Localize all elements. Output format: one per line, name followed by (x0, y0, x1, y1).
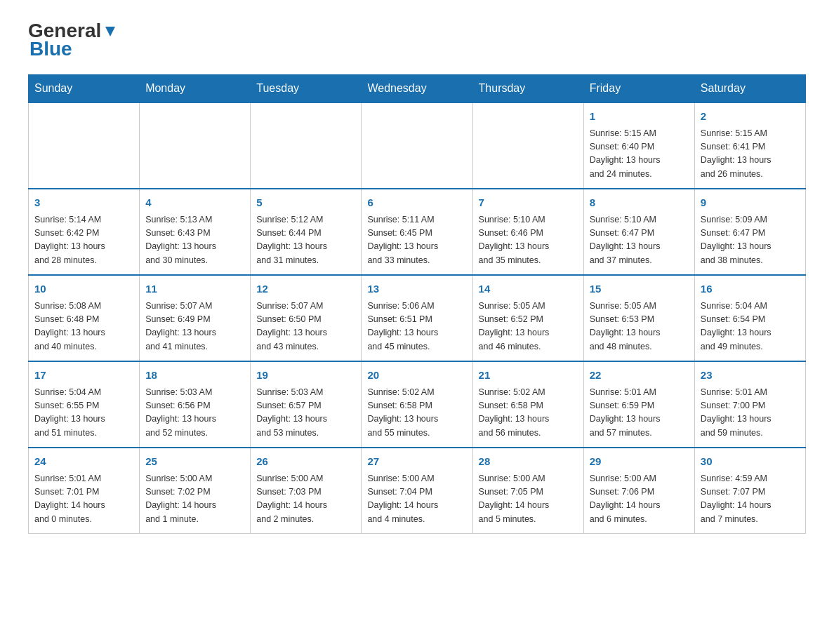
logo-triangle-icon (102, 24, 118, 39)
week-row-3: 10Sunrise: 5:08 AMSunset: 6:48 PMDayligh… (29, 275, 806, 361)
day-number: 1 (590, 109, 689, 125)
page-header: General Blue (28, 21, 806, 60)
day-number: 13 (367, 281, 466, 297)
day-number: 18 (145, 368, 244, 384)
calendar-cell: 30Sunrise: 4:59 AMSunset: 7:07 PMDayligh… (694, 448, 805, 534)
weekday-header-thursday: Thursday (472, 75, 583, 103)
svg-marker-0 (105, 27, 115, 36)
calendar-cell: 6Sunrise: 5:11 AMSunset: 6:45 PMDaylight… (362, 189, 472, 275)
weekday-header-row: SundayMondayTuesdayWednesdayThursdayFrid… (29, 75, 806, 103)
calendar-cell: 14Sunrise: 5:05 AMSunset: 6:52 PMDayligh… (472, 275, 583, 361)
day-info: Sunrise: 5:00 AMSunset: 7:03 PMDaylight:… (256, 472, 355, 527)
day-number: 7 (479, 195, 578, 211)
day-number: 23 (701, 368, 800, 384)
calendar-cell: 23Sunrise: 5:01 AMSunset: 7:00 PMDayligh… (694, 361, 805, 448)
weekday-header-sunday: Sunday (29, 75, 140, 103)
day-info: Sunrise: 5:15 AMSunset: 6:40 PMDaylight:… (590, 127, 689, 182)
day-info: Sunrise: 5:11 AMSunset: 6:45 PMDaylight:… (367, 213, 466, 268)
calendar-cell: 26Sunrise: 5:00 AMSunset: 7:03 PMDayligh… (251, 448, 362, 534)
calendar-cell: 9Sunrise: 5:09 AMSunset: 6:47 PMDaylight… (694, 189, 805, 275)
day-info: Sunrise: 5:15 AMSunset: 6:41 PMDaylight:… (701, 127, 800, 182)
day-number: 10 (34, 281, 133, 297)
day-info: Sunrise: 5:00 AMSunset: 7:02 PMDaylight:… (145, 472, 244, 527)
week-row-2: 3Sunrise: 5:14 AMSunset: 6:42 PMDaylight… (29, 189, 806, 275)
calendar-cell: 16Sunrise: 5:04 AMSunset: 6:54 PMDayligh… (694, 275, 805, 361)
day-info: Sunrise: 5:14 AMSunset: 6:42 PMDaylight:… (34, 213, 133, 268)
calendar-cell: 28Sunrise: 5:00 AMSunset: 7:05 PMDayligh… (472, 448, 583, 534)
day-info: Sunrise: 5:00 AMSunset: 7:06 PMDaylight:… (590, 472, 689, 527)
day-number: 5 (256, 195, 355, 211)
calendar-cell (472, 102, 583, 189)
day-number: 19 (256, 368, 355, 384)
day-info: Sunrise: 5:03 AMSunset: 6:57 PMDaylight:… (256, 386, 355, 441)
day-number: 14 (479, 281, 578, 297)
day-info: Sunrise: 5:05 AMSunset: 6:52 PMDaylight:… (479, 300, 578, 354)
day-info: Sunrise: 5:01 AMSunset: 6:59 PMDaylight:… (590, 386, 689, 441)
week-row-1: 1Sunrise: 5:15 AMSunset: 6:40 PMDaylight… (29, 102, 806, 189)
calendar-cell: 21Sunrise: 5:02 AMSunset: 6:58 PMDayligh… (472, 361, 583, 448)
day-number: 27 (367, 454, 466, 470)
day-info: Sunrise: 5:07 AMSunset: 6:49 PMDaylight:… (145, 300, 244, 354)
day-number: 6 (367, 195, 466, 211)
weekday-header-wednesday: Wednesday (362, 75, 472, 103)
logo-blue-text: Blue (29, 38, 72, 60)
day-info: Sunrise: 5:08 AMSunset: 6:48 PMDaylight:… (34, 300, 133, 354)
day-info: Sunrise: 5:12 AMSunset: 6:44 PMDaylight:… (256, 213, 355, 268)
day-info: Sunrise: 5:02 AMSunset: 6:58 PMDaylight:… (479, 386, 578, 441)
day-number: 12 (256, 281, 355, 297)
weekday-header-saturday: Saturday (694, 75, 805, 103)
day-number: 28 (479, 454, 578, 470)
calendar-cell: 13Sunrise: 5:06 AMSunset: 6:51 PMDayligh… (362, 275, 472, 361)
weekday-header-tuesday: Tuesday (251, 75, 362, 103)
day-info: Sunrise: 5:04 AMSunset: 6:54 PMDaylight:… (701, 300, 800, 354)
day-info: Sunrise: 5:02 AMSunset: 6:58 PMDaylight:… (367, 386, 466, 441)
calendar-cell: 17Sunrise: 5:04 AMSunset: 6:55 PMDayligh… (29, 361, 140, 448)
calendar-cell: 18Sunrise: 5:03 AMSunset: 6:56 PMDayligh… (140, 361, 251, 448)
day-number: 25 (145, 454, 244, 470)
day-number: 11 (145, 281, 244, 297)
calendar-cell: 3Sunrise: 5:14 AMSunset: 6:42 PMDaylight… (29, 189, 140, 275)
day-number: 8 (590, 195, 689, 211)
day-info: Sunrise: 5:00 AMSunset: 7:05 PMDaylight:… (479, 472, 578, 527)
day-number: 16 (701, 281, 800, 297)
calendar-cell: 2Sunrise: 5:15 AMSunset: 6:41 PMDaylight… (694, 102, 805, 189)
calendar-table: SundayMondayTuesdayWednesdayThursdayFrid… (28, 74, 806, 534)
day-info: Sunrise: 5:04 AMSunset: 6:55 PMDaylight:… (34, 386, 133, 441)
calendar-cell: 20Sunrise: 5:02 AMSunset: 6:58 PMDayligh… (362, 361, 472, 448)
logo: General Blue (28, 21, 118, 60)
calendar-cell: 15Sunrise: 5:05 AMSunset: 6:53 PMDayligh… (583, 275, 694, 361)
calendar-cell: 22Sunrise: 5:01 AMSunset: 6:59 PMDayligh… (583, 361, 694, 448)
day-number: 20 (367, 368, 466, 384)
calendar-cell: 24Sunrise: 5:01 AMSunset: 7:01 PMDayligh… (29, 448, 140, 534)
day-number: 17 (34, 368, 133, 384)
day-number: 22 (590, 368, 689, 384)
day-info: Sunrise: 5:09 AMSunset: 6:47 PMDaylight:… (701, 213, 800, 268)
day-number: 4 (145, 195, 244, 211)
calendar-cell: 1Sunrise: 5:15 AMSunset: 6:40 PMDaylight… (583, 102, 694, 189)
day-info: Sunrise: 5:01 AMSunset: 7:01 PMDaylight:… (34, 472, 133, 527)
day-info: Sunrise: 4:59 AMSunset: 7:07 PMDaylight:… (701, 472, 800, 527)
day-info: Sunrise: 5:07 AMSunset: 6:50 PMDaylight:… (256, 300, 355, 354)
calendar-cell (251, 102, 362, 189)
calendar-cell: 4Sunrise: 5:13 AMSunset: 6:43 PMDaylight… (140, 189, 251, 275)
weekday-header-friday: Friday (583, 75, 694, 103)
weekday-header-monday: Monday (140, 75, 251, 103)
day-number: 15 (590, 281, 689, 297)
calendar-cell: 12Sunrise: 5:07 AMSunset: 6:50 PMDayligh… (251, 275, 362, 361)
calendar-cell: 27Sunrise: 5:00 AMSunset: 7:04 PMDayligh… (362, 448, 472, 534)
day-number: 21 (479, 368, 578, 384)
day-info: Sunrise: 5:05 AMSunset: 6:53 PMDaylight:… (590, 300, 689, 354)
calendar-cell: 10Sunrise: 5:08 AMSunset: 6:48 PMDayligh… (29, 275, 140, 361)
day-info: Sunrise: 5:03 AMSunset: 6:56 PMDaylight:… (145, 386, 244, 441)
calendar-cell: 25Sunrise: 5:00 AMSunset: 7:02 PMDayligh… (140, 448, 251, 534)
calendar-cell: 11Sunrise: 5:07 AMSunset: 6:49 PMDayligh… (140, 275, 251, 361)
day-number: 30 (701, 454, 800, 470)
day-info: Sunrise: 5:13 AMSunset: 6:43 PMDaylight:… (145, 213, 244, 268)
week-row-5: 24Sunrise: 5:01 AMSunset: 7:01 PMDayligh… (29, 448, 806, 534)
day-number: 2 (701, 109, 800, 125)
day-number: 9 (701, 195, 800, 211)
day-info: Sunrise: 5:01 AMSunset: 7:00 PMDaylight:… (701, 386, 800, 441)
calendar-cell: 8Sunrise: 5:10 AMSunset: 6:47 PMDaylight… (583, 189, 694, 275)
day-number: 26 (256, 454, 355, 470)
calendar-cell (29, 102, 140, 189)
